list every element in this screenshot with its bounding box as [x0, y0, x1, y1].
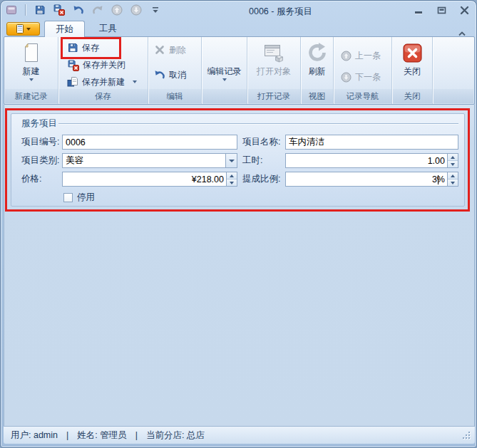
text-cursor: [438, 175, 438, 184]
undo-icon: [154, 69, 165, 80]
delete-button-label: 删除: [169, 44, 186, 56]
price-spin-down-button[interactable]: [227, 179, 237, 186]
commission-input[interactable]: [286, 172, 447, 186]
refresh-button[interactable]: 刷新: [301, 37, 333, 90]
ribbon-group-record-navigation: 上一条 下一条 记录导航: [334, 37, 392, 104]
restore-icon[interactable]: [436, 6, 446, 15]
ribbon-group-new-record: 新建 新建记录: [4, 37, 58, 104]
save-button-label: 保存: [82, 42, 99, 54]
hours-spin-down-button[interactable]: [448, 161, 458, 167]
save-and-new-button[interactable]: 保存并新建: [67, 74, 148, 90]
delete-x-icon: [154, 44, 165, 56]
ribbon: 新建 新建记录 保存 保存并关闭 保存并新建: [4, 36, 475, 105]
hours-spin-up-button[interactable]: [448, 154, 458, 161]
save-close-icon: [67, 59, 79, 71]
group-label-new-record: 新建记录: [4, 90, 58, 103]
spin-up-icon: [451, 174, 455, 177]
commission-spin-up-button[interactable]: [448, 172, 458, 179]
hours-label: 工时:: [242, 153, 262, 168]
close-icon[interactable]: [459, 6, 469, 15]
group-label-view: 视图: [301, 90, 333, 103]
next-record-icon[interactable]: [130, 4, 142, 16]
commission-label: 提成比例:: [242, 172, 280, 187]
save-button[interactable]: 保存: [67, 40, 148, 56]
open-object-button[interactable]: 打开对象: [247, 37, 300, 90]
spin-down-icon: [451, 163, 455, 166]
item-code-input[interactable]: [63, 135, 237, 149]
price-label: 价格:: [21, 172, 41, 187]
close-form-button[interactable]: 关闭: [392, 37, 432, 90]
item-name-input[interactable]: [286, 135, 458, 149]
price-input[interactable]: [63, 172, 226, 186]
down-circle-icon: [341, 72, 352, 83]
minimize-icon[interactable]: [414, 6, 424, 15]
application-menu-button[interactable]: [6, 22, 40, 36]
disable-checkbox[interactable]: [63, 193, 73, 202]
status-branch: 当前分店: 总店: [146, 429, 205, 442]
ribbon-filler: [433, 37, 474, 104]
group-box-rule: [58, 123, 458, 124]
qat-customize-icon[interactable]: [149, 4, 161, 16]
app-icon: [5, 4, 17, 16]
chevron-down-icon: [222, 78, 227, 81]
hours-input[interactable]: [286, 154, 447, 167]
spin-up-icon: [451, 156, 455, 159]
previous-record-button[interactable]: 上一条: [341, 48, 391, 63]
commission-spin-down-button[interactable]: [448, 179, 458, 186]
status-separator: |: [135, 430, 138, 440]
chevron-down-icon: [26, 28, 31, 31]
form-glyph-icon: [16, 24, 24, 33]
edit-record-button-label: 编辑记录: [207, 66, 242, 77]
group-label-open-record: 打开记录: [247, 90, 300, 103]
spin-down-icon: [451, 182, 455, 184]
next-record-label: 下一条: [355, 71, 381, 83]
resize-grip[interactable]: [462, 431, 471, 440]
save-and-close-button[interactable]: 保存并关闭: [67, 57, 148, 73]
category-combobox[interactable]: [63, 154, 225, 167]
save-icon: [67, 42, 78, 53]
window-title: 0006 - 服务项目: [249, 6, 312, 18]
chevron-down-icon: [133, 80, 137, 83]
status-user: 用户: admin: [11, 429, 58, 442]
group-label-close: 关闭: [392, 90, 432, 103]
service-item-group-box: 服务项目 项目编号: 项目名称: 项目类别: 工时: 价格:: [11, 113, 465, 207]
up-circle-icon: [341, 51, 352, 61]
disable-checkbox-label: 停用: [77, 192, 95, 204]
edit-record-button[interactable]: 编辑记录: [202, 37, 247, 90]
ribbon-group-save: 保存 保存并关闭 保存并新建 保存: [58, 37, 148, 104]
undo-icon[interactable]: [72, 4, 84, 16]
next-record-button[interactable]: 下一条: [341, 69, 391, 85]
redo-icon[interactable]: [91, 4, 103, 16]
open-object-icon: [263, 39, 284, 66]
save-close-icon[interactable]: [53, 4, 65, 16]
tab-start[interactable]: 开始: [44, 21, 85, 37]
status-name: 姓名: 管理员: [77, 429, 126, 442]
category-dropdown-button[interactable]: [225, 154, 237, 167]
save-icon[interactable]: [34, 4, 46, 16]
save-new-icon: [67, 76, 78, 88]
new-button[interactable]: 新建: [4, 37, 58, 90]
group-label-save: 保存: [58, 90, 148, 103]
open-object-button-label: 打开对象: [257, 66, 291, 77]
previous-record-icon[interactable]: [111, 4, 123, 16]
app-window: 0006 - 服务项目 开始 工具: [0, 0, 477, 448]
ribbon-group-edit-record: 编辑记录: [202, 37, 247, 104]
save-and-new-button-label: 保存并新建: [82, 76, 125, 88]
ribbon-tab-row: 开始 工具: [1, 21, 477, 37]
previous-record-label: 上一条: [355, 50, 381, 62]
tab-tools[interactable]: 工具: [88, 21, 128, 37]
status-bar: 用户: admin | 姓名: 管理员 | 当前分店: 总店: [4, 426, 475, 444]
quick-access-toolbar: [5, 4, 161, 16]
ribbon-group-edit: 删除 取消 编辑: [148, 37, 202, 104]
category-label: 项目类别:: [21, 153, 59, 168]
delete-button[interactable]: 删除: [154, 42, 201, 58]
qat-separator: [25, 4, 26, 16]
refresh-button-label: 刷新: [309, 66, 326, 77]
refresh-icon: [306, 39, 329, 66]
item-code-label: 项目编号:: [21, 135, 59, 150]
cancel-button[interactable]: 取消: [154, 67, 201, 83]
item-name-label: 项目名称:: [242, 135, 280, 150]
group-label-record-navigation: 记录导航: [334, 90, 391, 103]
price-spin-up-button[interactable]: [227, 172, 237, 179]
close-red-icon: [403, 39, 422, 66]
